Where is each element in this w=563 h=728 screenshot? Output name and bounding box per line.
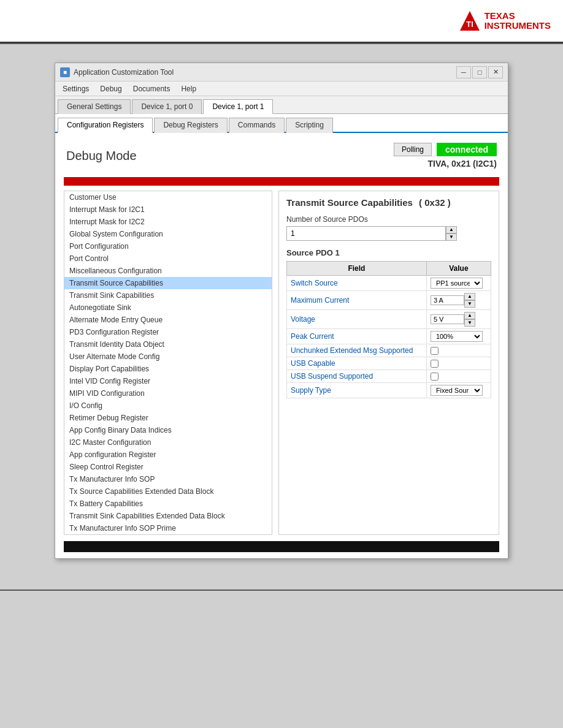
- tab-device1-port1[interactable]: Device 1, port 1: [203, 99, 273, 114]
- list-item[interactable]: User Alternate Mode Config: [64, 351, 272, 363]
- menu-debug[interactable]: Debug: [95, 83, 126, 94]
- ti-logo-icon: TI: [459, 10, 481, 32]
- list-item[interactable]: Sleep Control Register: [64, 461, 272, 473]
- dropdown-peak-current: 100%: [431, 331, 487, 342]
- list-item[interactable]: Tx Source Capabilities Extended Data Blo…: [64, 485, 272, 498]
- list-item[interactable]: Interrupt Mask for I2C2: [64, 216, 272, 228]
- window-controls: ─ □ ✕: [456, 66, 503, 78]
- spin-down-button[interactable]: ▼: [446, 233, 457, 241]
- voltage-down[interactable]: ▼: [464, 319, 475, 327]
- list-item[interactable]: Intel VID Config Register: [64, 375, 272, 387]
- table-row: Switch Source PP1 source: [287, 276, 491, 291]
- peak-current-select[interactable]: 100%: [431, 331, 483, 342]
- top-tab-bar: General Settings Device 1, port 0 Device…: [55, 96, 508, 114]
- num-source-pdos-row: ▲ ▼: [286, 226, 491, 241]
- second-tab-bar: Configuration Registers Debug Registers …: [55, 114, 508, 133]
- tab-commands[interactable]: Commands: [229, 118, 285, 133]
- menu-documents[interactable]: Documents: [128, 83, 175, 94]
- right-panel: Transmit Source Capabilities ( 0x32 ) Nu…: [278, 191, 499, 535]
- list-item[interactable]: I2C Master Configuration: [64, 436, 272, 449]
- ti-logo: TI TEXAS INSTRUMENTS: [459, 10, 551, 32]
- max-current-up[interactable]: ▲: [464, 293, 475, 300]
- register-list: Customer Use Interrupt Mask for I2C1 Int…: [64, 191, 272, 535]
- value-switch-source: PP1 source: [426, 276, 491, 291]
- list-item[interactable]: PD3 Configuration Register: [64, 326, 272, 338]
- tab-general-settings[interactable]: General Settings: [58, 99, 131, 114]
- unchunked-checkbox[interactable]: [431, 347, 439, 355]
- field-usb-capable: USB Capable: [287, 357, 427, 370]
- pdo-table: Field Value Switch Source: [286, 261, 491, 398]
- num-source-pdos-input[interactable]: [286, 226, 446, 241]
- value-usb-capable: [426, 357, 491, 370]
- list-item[interactable]: Miscellaneous Configuration: [64, 265, 272, 277]
- two-column-layout: Customer Use Interrupt Mask for I2C1 Int…: [64, 191, 499, 535]
- switch-source-select[interactable]: PP1 source: [431, 278, 483, 289]
- table-row: USB Capable: [287, 357, 491, 370]
- voltage-up[interactable]: ▲: [464, 312, 475, 319]
- list-item[interactable]: Transmit Sink Capabilities: [64, 289, 272, 301]
- close-button[interactable]: ✕: [488, 66, 503, 78]
- checkbox-usb-capable: [431, 360, 487, 368]
- polling-button[interactable]: Polling: [394, 143, 432, 156]
- value-peak-current: 100%: [426, 329, 491, 344]
- tab-scripting[interactable]: Scripting: [286, 118, 333, 133]
- maximize-button[interactable]: □: [472, 66, 487, 78]
- list-item[interactable]: Autonegotiate Sink: [64, 301, 272, 314]
- panel-title: Transmit Source Capabilities ( 0x32 ): [286, 197, 491, 208]
- list-item-selected[interactable]: Transmit Source Capabilities: [64, 277, 272, 289]
- app-window: ■ Application Customization Tool ─ □ ✕ S…: [55, 63, 508, 559]
- debug-mode-title: Debug Mode: [66, 149, 137, 163]
- page-content: ■ Application Customization Tool ─ □ ✕ S…: [0, 44, 563, 577]
- num-source-pdos-label: Number of Source PDOs: [286, 215, 491, 224]
- svg-text:TI: TI: [466, 20, 473, 29]
- field-max-current: Maximum Current: [287, 291, 427, 310]
- list-item[interactable]: Port Configuration: [64, 240, 272, 252]
- list-item[interactable]: Alternate Mode Entry Queue: [64, 314, 272, 326]
- max-current-input[interactable]: [431, 295, 464, 305]
- field-voltage: Voltage: [287, 310, 427, 329]
- list-item[interactable]: I/O Config: [64, 400, 272, 412]
- spinner-voltage: ▲ ▼: [431, 312, 487, 327]
- list-item[interactable]: Tx Battery Capabilities: [64, 498, 272, 510]
- table-row: USB Suspend Supported: [287, 370, 491, 383]
- spin-up-button[interactable]: ▲: [446, 226, 457, 233]
- progress-bar: [64, 177, 499, 186]
- num-source-pdos-spinner: ▲ ▼: [446, 226, 457, 241]
- list-item[interactable]: MIPI VID Configuration: [64, 387, 272, 400]
- list-item[interactable]: Retimer Debug Register: [64, 412, 272, 424]
- usb-capable-checkbox[interactable]: [431, 360, 439, 368]
- list-item[interactable]: Interrupt Mask for I2C1: [64, 203, 272, 216]
- list-item[interactable]: Transmit Identity Data Object: [64, 338, 272, 351]
- top-bar: TI TEXAS INSTRUMENTS: [0, 0, 563, 43]
- col-value: Value: [426, 262, 491, 276]
- field-usb-suspend: USB Suspend Supported: [287, 370, 427, 383]
- device-info: TIVA, 0x21 (I2C1): [427, 159, 497, 169]
- supply-type-select[interactable]: Fixed Sour: [431, 385, 483, 396]
- app-icon: ■: [60, 67, 70, 77]
- list-item[interactable]: Display Port Capabilities: [64, 363, 272, 375]
- tab-config-registers[interactable]: Configuration Registers: [58, 118, 153, 133]
- value-max-current: ▲ ▼: [426, 291, 491, 310]
- list-item[interactable]: Tx Manufacturer Info SOP Prime: [64, 522, 272, 534]
- list-item[interactable]: App configuration Register: [64, 449, 272, 461]
- dropdown-supply-type: Fixed Sour: [431, 385, 487, 396]
- list-item[interactable]: App Config Binary Data Indices: [64, 424, 272, 436]
- window-title: Application Customization Tool: [74, 68, 174, 77]
- menu-settings[interactable]: Settings: [58, 83, 94, 94]
- debug-top-right: Polling connected: [394, 143, 497, 156]
- value-supply-type: Fixed Sour: [426, 383, 491, 398]
- tab-device1-port0[interactable]: Device 1, port 0: [132, 99, 202, 114]
- list-item[interactable]: Port Control: [64, 252, 272, 265]
- minimize-button[interactable]: ─: [456, 66, 471, 78]
- voltage-input[interactable]: [431, 314, 464, 324]
- list-item[interactable]: Transmit Sink Capabilities Extended Data…: [64, 510, 272, 522]
- connected-badge: connected: [437, 143, 497, 156]
- list-item[interactable]: Tx Manufacturer Info SOP: [64, 473, 272, 485]
- list-item[interactable]: Customer Use: [64, 191, 272, 203]
- menu-bar: Settings Debug Documents Help: [55, 82, 508, 96]
- list-item[interactable]: Global System Configuration: [64, 228, 272, 240]
- tab-debug-registers[interactable]: Debug Registers: [154, 118, 227, 133]
- usb-suspend-checkbox[interactable]: [431, 373, 439, 381]
- max-current-down[interactable]: ▼: [464, 300, 475, 308]
- menu-help[interactable]: Help: [176, 83, 201, 94]
